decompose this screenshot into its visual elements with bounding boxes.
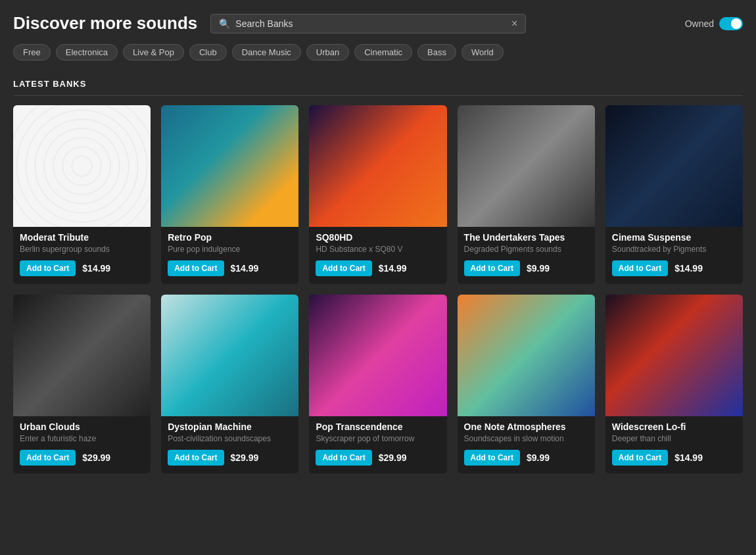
card-footer-undertakers: Add to Cart $9.99 [464, 260, 588, 276]
card-footer-sq80: Add to Cart $14.99 [316, 260, 440, 276]
add-to-cart-dystopian[interactable]: Add to Cart [168, 450, 224, 466]
search-icon: 🔍 [219, 18, 230, 29]
add-to-cart-urbanclouds[interactable]: Add to Cart [20, 450, 76, 466]
filter-tag-bass[interactable]: Bass [417, 44, 456, 60]
card-title-urbanclouds: Urban Clouds [20, 422, 144, 432]
add-to-cart-retropop[interactable]: Add to Cart [168, 260, 224, 276]
card-info-moderat: Moderat Tribute Berlin supergroup sounds… [13, 227, 151, 284]
search-input[interactable] [235, 18, 506, 29]
bank-card-undertakers[interactable]: The Undertakers Tapes Degraded Pigments … [458, 105, 595, 284]
add-to-cart-sq80[interactable]: Add to Cart [316, 260, 371, 276]
card-subtitle-cinema: Soundtracked by Pigments [612, 245, 736, 254]
bank-image-pop [309, 295, 446, 416]
card-footer-dystopian: Add to Cart $29.99 [168, 450, 292, 466]
card-subtitle-sq80: HD Substance x SQ80 V [316, 245, 440, 254]
card-subtitle-urbanclouds: Enter a futuristic haze [20, 434, 144, 443]
bank-card-pop[interactable]: Pop Transcendence Skyscraper pop of tomo… [309, 295, 446, 473]
bank-card-moderat[interactable]: Moderat Tribute Berlin supergroup sounds… [13, 105, 151, 284]
card-title-sq80: SQ80HD [316, 232, 440, 243]
card-price-moderat: $14.99 [82, 263, 110, 274]
card-subtitle-moderat: Berlin supergroup sounds [20, 245, 144, 254]
add-to-cart-widescreen[interactable]: Add to Cart [612, 450, 668, 466]
card-info-sq80: SQ80HD HD Substance x SQ80 V Add to Cart… [309, 227, 446, 284]
card-title-moderat: Moderat Tribute [20, 232, 144, 243]
card-subtitle-pop: Skyscraper pop of tomorrow [316, 434, 440, 443]
card-title-dystopian: Dystopian Machine [168, 422, 292, 432]
bank-card-widescreen[interactable]: Widescreen Lo-fi Deeper than chill Add t… [605, 295, 743, 473]
filter-tags-container: FreeElectronicaLive & PopClubDance Music… [13, 44, 743, 60]
filter-tag-world[interactable]: World [461, 44, 504, 60]
owned-toggle-switch[interactable] [719, 17, 743, 30]
bank-card-urbanclouds[interactable]: Urban Clouds Enter a futuristic haze Add… [13, 295, 151, 473]
card-price-dystopian: $29.99 [231, 452, 259, 463]
card-footer-moderat: Add to Cart $14.99 [20, 260, 144, 276]
bank-image-urbanclouds [13, 295, 151, 416]
card-title-undertakers: The Undertakers Tapes [464, 232, 588, 243]
owned-toggle-container: Owned [685, 17, 743, 30]
card-info-urbanclouds: Urban Clouds Enter a futuristic haze Add… [13, 416, 151, 473]
card-footer-cinema: Add to Cart $14.99 [612, 260, 736, 276]
card-footer-urbanclouds: Add to Cart $29.99 [20, 450, 144, 466]
card-subtitle-onenote: Soundscapes in slow motion [464, 434, 588, 443]
card-price-cinema: $14.99 [674, 263, 703, 274]
section-title: LATEST BANKS [13, 79, 743, 96]
card-subtitle-retropop: Pure pop indulgence [168, 245, 292, 254]
bank-card-retropop[interactable]: Retro Pop Pure pop indulgence Add to Car… [161, 105, 298, 284]
filter-tag-cinematic[interactable]: Cinematic [354, 44, 412, 60]
card-footer-retropop: Add to Cart $14.99 [168, 260, 292, 276]
filter-tag-live---pop[interactable]: Live & Pop [123, 44, 184, 60]
card-info-dystopian: Dystopian Machine Post-civilization soun… [161, 416, 298, 473]
bank-image-onenote [458, 295, 595, 416]
card-price-retropop: $14.99 [231, 263, 259, 274]
card-footer-widescreen: Add to Cart $14.99 [612, 450, 736, 466]
search-bar[interactable]: 🔍 × [210, 14, 526, 34]
card-footer-onenote: Add to Cart $9.99 [464, 450, 588, 466]
card-price-widescreen: $14.99 [674, 452, 703, 463]
bank-image-cinema [605, 105, 743, 227]
bank-image-undertakers [458, 105, 595, 227]
close-icon[interactable]: × [511, 18, 517, 29]
card-info-undertakers: The Undertakers Tapes Degraded Pigments … [458, 227, 595, 284]
add-to-cart-pop[interactable]: Add to Cart [316, 450, 371, 466]
card-subtitle-undertakers: Degraded Pigments sounds [464, 245, 588, 254]
card-info-widescreen: Widescreen Lo-fi Deeper than chill Add t… [605, 416, 743, 473]
card-title-widescreen: Widescreen Lo-fi [612, 422, 736, 432]
card-title-retropop: Retro Pop [168, 232, 292, 243]
card-info-pop: Pop Transcendence Skyscraper pop of tomo… [309, 416, 446, 473]
card-price-sq80: $14.99 [379, 263, 407, 274]
filter-tag-urban[interactable]: Urban [306, 44, 349, 60]
bank-image-dystopian [161, 295, 298, 416]
card-info-onenote: One Note Atmospheres Soundscapes in slow… [458, 416, 595, 473]
card-info-cinema: Cinema Suspense Soundtracked by Pigments… [605, 227, 743, 284]
bank-card-onenote[interactable]: One Note Atmospheres Soundscapes in slow… [458, 295, 595, 473]
card-title-cinema: Cinema Suspense [612, 232, 736, 243]
card-price-onenote: $9.99 [527, 452, 550, 463]
toggle-knob [731, 18, 742, 29]
filter-tag-free[interactable]: Free [13, 44, 51, 60]
card-title-onenote: One Note Atmospheres [464, 422, 588, 432]
bank-image-widescreen [605, 295, 743, 416]
filter-tag-electronica[interactable]: Electronica [56, 44, 118, 60]
add-to-cart-moderat[interactable]: Add to Cart [20, 260, 76, 276]
page-title: Discover more sounds [13, 13, 197, 34]
filter-tag-club[interactable]: Club [189, 44, 227, 60]
card-title-pop: Pop Transcendence [316, 422, 440, 432]
add-to-cart-cinema[interactable]: Add to Cart [612, 260, 668, 276]
card-footer-pop: Add to Cart $29.99 [316, 450, 440, 466]
add-to-cart-onenote[interactable]: Add to Cart [464, 450, 520, 466]
card-subtitle-dystopian: Post-civilization soundscapes [168, 434, 292, 443]
bank-card-sq80[interactable]: SQ80HD HD Substance x SQ80 V Add to Cart… [309, 105, 446, 284]
bank-image-retropop [161, 105, 298, 227]
bank-image-moderat [13, 105, 151, 227]
banks-grid: Moderat Tribute Berlin supergroup sounds… [13, 105, 743, 473]
card-price-undertakers: $9.99 [527, 263, 550, 274]
card-price-pop: $29.99 [379, 452, 407, 463]
owned-label: Owned [685, 18, 714, 29]
card-price-urbanclouds: $29.99 [82, 452, 110, 463]
bank-card-dystopian[interactable]: Dystopian Machine Post-civilization soun… [161, 295, 298, 473]
filter-tag-dance-music[interactable]: Dance Music [232, 44, 301, 60]
card-subtitle-widescreen: Deeper than chill [612, 434, 736, 443]
page-header: Discover more sounds 🔍 × Owned [13, 13, 743, 34]
add-to-cart-undertakers[interactable]: Add to Cart [464, 260, 520, 276]
bank-card-cinema[interactable]: Cinema Suspense Soundtracked by Pigments… [605, 105, 743, 284]
